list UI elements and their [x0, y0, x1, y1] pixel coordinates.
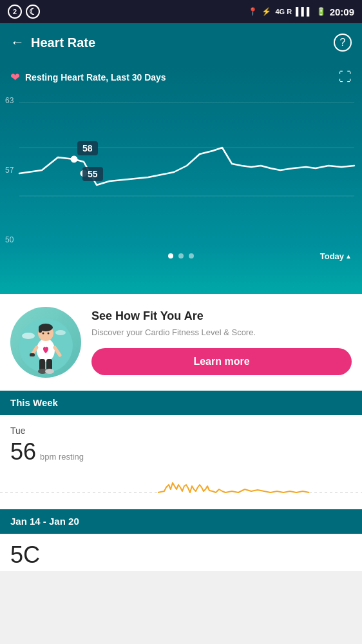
chart-svg-wrapper: 63 57 50 58 55 Today ▲ — [0, 90, 362, 264]
back-button[interactable]: ← — [10, 34, 24, 51]
today-arrow-icon: ▲ — [345, 253, 352, 260]
status-right-area: 📍 ⚡ 4G R ▌▌▌ 🔋 20:09 — [248, 6, 354, 17]
bpm-unit: bpm resting — [40, 452, 84, 462]
network-label: 4G R — [275, 8, 292, 15]
sparkline-svg — [0, 473, 362, 509]
chart-header: ❤ Resting Heart Rate, Last 30 Days ⛶ — [0, 70, 362, 84]
tooltip-58: 58 — [77, 141, 98, 155]
jan-bpm-value: 5C — [10, 542, 40, 568]
status-left-icons: 2 ☾ — [8, 5, 40, 19]
svg-point-20 — [45, 369, 54, 374]
signal-icon: ▌▌▌ — [296, 7, 312, 16]
day-row: Tue 56 bpm resting — [0, 415, 362, 471]
bluetooth-icon: ⚡ — [262, 7, 271, 16]
day-label: Tue — [10, 425, 352, 436]
header: ← Heart Rate ? — [0, 23, 362, 62]
svg-point-7 — [55, 330, 66, 335]
jan-section-label: Jan 14 - Jan 20 — [10, 516, 79, 527]
status-bar: 2 ☾ 📍 ⚡ 4G R ▌▌▌ 🔋 20:09 — [0, 0, 362, 23]
heart-icon: ❤ — [10, 70, 20, 84]
fitness-figure-svg — [19, 310, 73, 375]
battery-icon: 🔋 — [316, 7, 326, 16]
this-week-label: This Week — [10, 397, 58, 408]
svg-rect-16 — [30, 353, 35, 356]
chart-pagination-dots — [168, 253, 194, 259]
header-left: ← Heart Rate — [10, 34, 95, 51]
svg-rect-11 — [39, 327, 42, 333]
this-week-header: This Week — [0, 391, 362, 415]
fullscreen-icon[interactable]: ⛶ — [339, 70, 352, 84]
chart-svg — [0, 90, 362, 244]
cardio-content: See How Fit You Are Discover your Cardio… — [91, 309, 352, 375]
status-icon-phone: ☾ — [26, 5, 40, 19]
dot-2[interactable] — [178, 253, 184, 259]
svg-point-3 — [71, 156, 77, 162]
svg-point-6 — [22, 333, 35, 339]
sparkline-wrapper — [0, 471, 362, 509]
cardio-title: See How Fit You Are — [91, 309, 352, 323]
cardio-section: See How Fit You Are Discover your Cardio… — [0, 294, 362, 391]
page-title: Heart Rate — [31, 35, 95, 50]
svg-point-13 — [47, 333, 49, 335]
bpm-row: 56 bpm resting — [10, 438, 352, 465]
jan-section-header: Jan 14 - Jan 20 — [0, 509, 362, 534]
cardio-description: Discover your Cardio Fitness Level & Sco… — [91, 327, 352, 338]
dot-1[interactable] — [168, 253, 173, 259]
location-icon: 📍 — [248, 7, 258, 16]
cardio-avatar — [10, 307, 81, 378]
learn-more-button[interactable]: Learn more — [91, 348, 352, 375]
jan-value-row: 5C — [0, 534, 362, 571]
status-time: 20:09 — [330, 6, 354, 17]
chart-title-row: ❤ Resting Heart Rate, Last 30 Days — [10, 70, 166, 84]
status-icon-2: 2 — [8, 5, 22, 19]
dot-3[interactable] — [189, 253, 194, 259]
help-button[interactable]: ? — [334, 34, 352, 52]
tooltip-55: 55 — [82, 167, 103, 181]
svg-point-12 — [42, 333, 44, 335]
bpm-value: 56 — [10, 438, 36, 465]
chart-area: ❤ Resting Heart Rate, Last 30 Days ⛶ 63 … — [0, 62, 362, 294]
today-label: Today ▲ — [320, 251, 352, 261]
chart-subtitle: Resting Heart Rate, Last 30 Days — [25, 72, 166, 83]
